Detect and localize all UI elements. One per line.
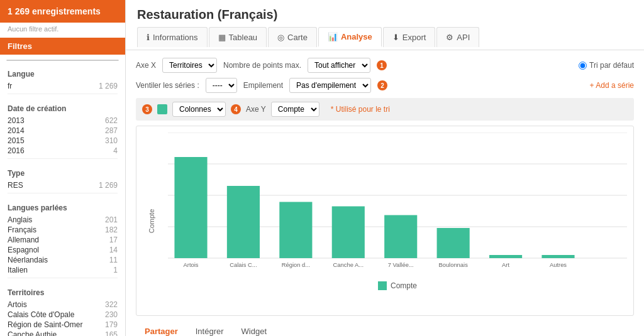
empilement-select[interactable]: Pas d'empilement (289, 78, 371, 93)
svg-text:Autres: Autres (550, 262, 567, 268)
tabs: ℹInformations▦Tableau◎Carte📊Analyse⬇Expo… (137, 27, 633, 47)
filter-item-count: 17 (109, 236, 118, 244)
ventiler-label: Ventiler les séries : (136, 81, 199, 90)
filter-item[interactable]: RES1 269 (8, 180, 118, 190)
tab-label: Analyse (341, 32, 372, 41)
tab-icon: ⬇ (392, 33, 399, 42)
svg-text:Boulonnais: Boulonnais (438, 262, 468, 268)
series-color-picker[interactable] (157, 104, 167, 114)
filter-section-territoires: TerritoiresArtois322Calais Côte d'Opale2… (0, 285, 125, 336)
filter-item[interactable]: Néerlandais11 (8, 255, 118, 265)
section-divider (8, 94, 118, 94)
svg-text:Calais C...: Calais C... (230, 262, 257, 268)
filter-item-label: fr (8, 82, 12, 90)
tab-informations[interactable]: ℹInformations (137, 27, 208, 47)
tab-api[interactable]: ⚙API (436, 27, 479, 47)
tab-label: API (457, 33, 470, 42)
filter-item[interactable]: Région de Saint-Omer179 (8, 320, 118, 330)
bar-7 Vallée...[interactable] (384, 215, 417, 259)
chart-legend: Compte (168, 281, 627, 290)
no-filter-label: Aucun filtre actif. (0, 23, 125, 38)
filter-section-title: Type (8, 169, 118, 178)
bar-Région d...[interactable] (279, 202, 312, 259)
filter-item-label: Canche Authie (8, 330, 57, 336)
search-button[interactable]: 🔍 (99, 60, 118, 61)
controls-row-1: Axe X Territoires Nombre de points max. … (136, 58, 634, 73)
bar-Art[interactable] (489, 255, 522, 258)
tri-radio[interactable] (579, 62, 587, 70)
bar-Calais C...[interactable] (227, 186, 260, 258)
filter-item-label: Calais Côte d'Opale (8, 310, 74, 319)
filter-item-label: 2013 (8, 116, 25, 125)
section-divider (8, 158, 118, 159)
ventiler-select[interactable]: ---- (206, 78, 237, 93)
content-area: Axe X Territoires Nombre de points max. … (126, 50, 644, 336)
filter-item-count: 165 (105, 330, 118, 336)
filter-section-title: Langue (8, 70, 118, 79)
sidebar: 1 269 enregistrements Aucun filtre actif… (0, 0, 126, 336)
filter-item[interactable]: 2014287 (8, 126, 118, 136)
filter-item-count: 622 (105, 116, 118, 125)
chart-type-select[interactable]: Colonnes Barres Lignes (172, 102, 226, 117)
filter-item[interactable]: Espagnol14 (8, 245, 118, 255)
filter-item[interactable]: 2013622 (8, 116, 118, 126)
filter-item-label: Espagnol (8, 246, 39, 254)
bar-Artois[interactable] (174, 157, 207, 258)
badge-4: 4 (231, 104, 241, 114)
filter-section-title: Territoires (8, 288, 118, 297)
filter-item[interactable]: 20164 (8, 146, 118, 156)
tab-tableau[interactable]: ▦Tableau (209, 27, 267, 47)
tab-icon: ▦ (218, 33, 226, 42)
filter-item[interactable]: Français182 (8, 225, 118, 235)
filter-item-count: 287 (105, 126, 118, 135)
axe-x-select[interactable]: Territoires (162, 58, 217, 73)
used-for-sort-label: * Utilisé pour le tri (331, 105, 390, 114)
share-tab-widget[interactable]: Widget (233, 323, 275, 336)
filter-section-date-de-création: Date de création201362220142872015310201… (0, 100, 125, 165)
filter-item-count: 230 (105, 310, 118, 319)
filter-section-title: Langues parlées (8, 203, 118, 212)
bar-Canche A...[interactable] (332, 207, 365, 259)
share-tabs: PartagerIntégrerWidget (136, 323, 634, 336)
search-input[interactable] (7, 60, 99, 61)
tab-label: Tableau (229, 33, 258, 42)
legend-color-box (378, 281, 387, 290)
axe-y-label: Axe Y (246, 105, 266, 114)
filter-item-count: 182 (105, 225, 118, 234)
bar-chart: 0100200300400ArtoisCalais C...Région d..… (168, 133, 627, 277)
main-content: Restauration (Français) ℹInformations▦Ta… (126, 0, 644, 336)
filter-item[interactable]: Calais Côte d'Opale230 (8, 310, 118, 320)
tab-export[interactable]: ⬇Export (383, 27, 436, 47)
legend-label: Compte (391, 281, 417, 290)
filter-item[interactable]: fr1 269 (8, 81, 118, 91)
share-tab-partager[interactable]: Partager (136, 323, 187, 336)
axe-x-label: Axe X (136, 61, 156, 70)
filter-item[interactable]: Canche Authie165 (8, 330, 118, 336)
filter-item[interactable]: Artois322 (8, 300, 118, 310)
tab-analyse[interactable]: 📊Analyse (318, 27, 382, 47)
filter-item[interactable]: Anglais201 (8, 215, 118, 225)
add-series-button[interactable]: + Add a série (590, 81, 634, 90)
tab-icon: 📊 (328, 32, 338, 41)
bar-Boulonnais[interactable] (437, 228, 470, 258)
max-points-label: Nombre de points max. (223, 61, 301, 70)
tab-carte[interactable]: ◎Carte (268, 27, 317, 47)
bar-Autres[interactable] (541, 255, 574, 258)
filter-item[interactable]: Allemand17 (8, 235, 118, 245)
filter-item-label: Région de Saint-Omer (8, 320, 82, 329)
filter-item-count: 1 (113, 266, 118, 274)
share-tab-intégrer[interactable]: Intégrer (187, 323, 233, 336)
filter-item-label: Anglais (8, 215, 32, 224)
search-box: 🔍 (6, 60, 119, 61)
page-title: Restauration (Français) (137, 8, 633, 22)
filter-item[interactable]: Italien1 (8, 265, 118, 275)
svg-text:Canche A...: Canche A... (333, 262, 364, 268)
filtres-title: Filtres (0, 38, 125, 55)
axe-y-select[interactable]: Compte (271, 102, 319, 117)
filter-item[interactable]: 2015310 (8, 136, 118, 146)
filter-item-count: 1 269 (99, 82, 118, 90)
filter-item-label: 2015 (8, 136, 25, 145)
max-points-select[interactable]: Tout afficher (308, 58, 370, 73)
filter-section-type: TypeRES1 269 (0, 165, 125, 200)
filter-section-title: Date de création (8, 104, 118, 113)
